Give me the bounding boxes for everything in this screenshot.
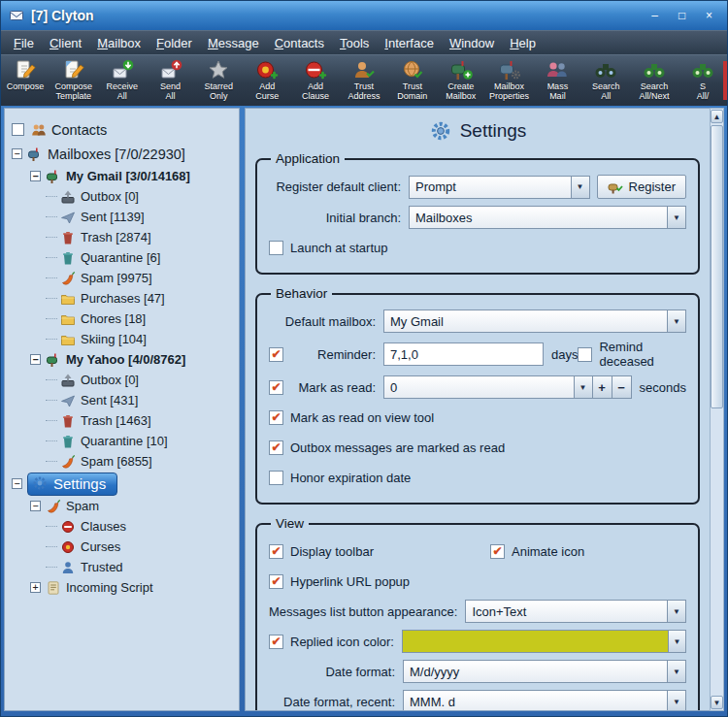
dropdown-arrow-icon[interactable]: ▼ xyxy=(667,661,685,682)
collapse-icon[interactable]: − xyxy=(30,501,41,511)
folder-tree: Contacts−Mailboxes [7/0/22930]−My Gmail … xyxy=(5,109,239,600)
menu-window[interactable]: Window xyxy=(442,33,502,53)
hyperlink-popup-checkbox[interactable]: ✔ xyxy=(269,574,283,589)
collapse-icon[interactable]: − xyxy=(12,478,22,489)
scrollbar-thumb[interactable] xyxy=(711,125,723,408)
mark-as-read-checkbox[interactable]: ✔ xyxy=(269,380,283,395)
toolbar-search-all-button[interactable]: SearchAll xyxy=(581,56,630,104)
default-mailbox-select[interactable]: My Gmail ▼ xyxy=(383,310,686,333)
tree-item-sent-1139[interactable]: Sent [1139] xyxy=(12,207,237,227)
tree-item-quarantine-10[interactable]: Quarantine [10] xyxy=(12,431,237,451)
tree-item-outbox-0[interactable]: Outbox [0] xyxy=(12,186,237,207)
tree-item-outbox-0[interactable]: Outbox [0] xyxy=(12,370,237,390)
collapse-icon[interactable]: − xyxy=(30,354,41,365)
collapse-icon[interactable]: − xyxy=(12,148,22,159)
toolbar-search-partial-button[interactable]: SAll/ xyxy=(678,56,727,104)
toolbar-compose-button[interactable]: Compose xyxy=(1,56,50,104)
tree-item-skiing-104[interactable]: Skiing [104] xyxy=(12,329,237,349)
tree-item-quarantine-6[interactable]: Quarantine [6] xyxy=(12,247,237,268)
outbox-read-checkbox[interactable]: ✔ xyxy=(269,440,283,455)
tree-item-spam-9975[interactable]: Spam [9975] xyxy=(12,268,237,288)
search-partial-icon xyxy=(691,58,714,81)
msg-list-appearance-select[interactable]: Icon+Text ▼ xyxy=(465,600,686,623)
tree-item-incoming-script[interactable]: +Incoming Script xyxy=(12,577,237,598)
toolbar-label: Search xyxy=(641,81,669,91)
dropdown-arrow-icon[interactable]: ▼ xyxy=(574,376,592,398)
tree-item-chores-18[interactable]: Chores [18] xyxy=(12,309,237,329)
toolbar-mailbox-properties-button[interactable]: MailboxProperties xyxy=(485,56,534,104)
selected-tree-item[interactable]: Settings xyxy=(27,473,117,496)
menu-help[interactable]: Help xyxy=(502,33,544,53)
title-bar[interactable]: [7] Clyton – □ × xyxy=(1,1,727,30)
toolbar-add-curse-button[interactable]: AddCurse xyxy=(243,56,291,104)
toolbar-compose-template-button[interactable]: ComposeTemplate xyxy=(50,56,98,104)
tree-item-trash-2874[interactable]: Trash [2874] xyxy=(12,227,237,247)
expand-icon[interactable]: + xyxy=(30,582,41,593)
reminder-checkbox[interactable]: ✔ xyxy=(269,347,283,362)
menu-file[interactable]: File xyxy=(6,33,42,53)
scroll-down-button[interactable]: ▼ xyxy=(711,696,723,709)
dropdown-arrow-icon[interactable]: ▼ xyxy=(667,310,685,332)
dropdown-arrow-icon[interactable]: ▼ xyxy=(667,207,685,228)
honor-expiration-checkbox[interactable] xyxy=(269,471,283,485)
mark-read-view-checkbox[interactable]: ✔ xyxy=(269,410,283,425)
tree-connector xyxy=(46,546,57,547)
menu-client[interactable]: Client xyxy=(42,33,89,53)
replied-icon-color-checkbox[interactable]: ✔ xyxy=(269,635,283,649)
close-button[interactable]: × xyxy=(697,7,721,25)
date-format-select[interactable]: M/d/yyyy ▼ xyxy=(403,660,686,683)
replied-icon-color-picker[interactable]: ▼ xyxy=(402,630,686,653)
scroll-up-button[interactable]: ▲ xyxy=(711,110,723,123)
tree-item-sent-431[interactable]: Sent [431] xyxy=(12,390,237,410)
tree-item-spam[interactable]: −Spam xyxy=(12,496,237,516)
dropdown-arrow-icon[interactable]: ▼ xyxy=(667,601,685,622)
toolbar-trust-address-button[interactable]: TrustAddress xyxy=(340,56,388,104)
tree-item-purchases-47[interactable]: Purchases [47] xyxy=(12,288,237,309)
mark-as-read-select[interactable]: 0 ▼ xyxy=(383,375,593,399)
toolbar-create-mailbox-button[interactable]: CreateMailbox xyxy=(437,56,485,104)
tree-item-trash-1463[interactable]: Trash [1463] xyxy=(12,410,237,431)
toolbar-label: Mass xyxy=(547,81,569,91)
tree-checkbox[interactable] xyxy=(12,123,24,136)
maximize-button[interactable]: □ xyxy=(670,7,694,25)
tree-item-mailboxes-7-0-22930[interactable]: −Mailboxes [7/0/22930] xyxy=(12,142,237,166)
tree-item-contacts[interactable]: Contacts xyxy=(12,117,237,142)
remind-deceased-checkbox[interactable] xyxy=(578,347,592,362)
initial-branch-select[interactable]: Mailboxes ▼ xyxy=(409,206,686,229)
toolbar-starred-only-button[interactable]: StarredOnly xyxy=(194,56,243,104)
menu-mailbox[interactable]: Mailbox xyxy=(89,33,149,53)
toolbar-send-all-button[interactable]: SendAll xyxy=(147,56,195,104)
tree-item-clauses[interactable]: Clauses xyxy=(12,516,237,537)
menu-tools[interactable]: Tools xyxy=(332,33,377,53)
dropdown-arrow-icon[interactable]: ▼ xyxy=(668,631,685,652)
menu-contacts[interactable]: Contacts xyxy=(267,33,332,53)
toolbar-mass-mail-button[interactable]: MassMail xyxy=(533,56,581,104)
register-button[interactable]: Register xyxy=(597,175,686,199)
tree-item-my-yahoo-4-0-8762[interactable]: −My Yahoo [4/0/8762] xyxy=(12,349,237,370)
collapse-icon[interactable]: − xyxy=(30,171,41,181)
tree-item-my-gmail-3-0-14168[interactable]: −My Gmail [3/0/14168] xyxy=(12,166,237,186)
minimize-button[interactable]: – xyxy=(643,7,667,25)
toolbar-add-clause-button[interactable]: AddClause xyxy=(291,56,340,104)
dropdown-arrow-icon[interactable]: ▼ xyxy=(571,177,589,198)
register-default-client-select[interactable]: Prompt ▼ xyxy=(409,176,590,199)
toolbar-receive-all-button[interactable]: ReceiveAll xyxy=(98,56,147,104)
menu-folder[interactable]: Folder xyxy=(149,33,200,53)
tree-item-spam-6855[interactable]: Spam [6855] xyxy=(12,451,237,472)
dropdown-arrow-icon[interactable]: ▼ xyxy=(667,691,685,711)
decrement-button[interactable]: − xyxy=(612,375,632,399)
date-format-recent-select[interactable]: MMM. d ▼ xyxy=(403,690,686,711)
launch-at-startup-checkbox[interactable] xyxy=(269,241,283,255)
reminder-input[interactable]: 7,1,0 xyxy=(383,342,544,366)
display-toolbar-checkbox[interactable]: ✔ xyxy=(269,544,283,559)
tree-item-trusted[interactable]: Trusted xyxy=(12,557,237,577)
increment-button[interactable]: + xyxy=(593,375,612,399)
toolbar-trust-domain-button[interactable]: TrustDomain xyxy=(388,56,437,104)
tree-item-curses[interactable]: Curses xyxy=(12,537,237,557)
menu-message[interactable]: Message xyxy=(200,33,267,53)
vertical-scrollbar[interactable]: ▲ ▼ xyxy=(710,108,724,711)
tree-item-settings[interactable]: −Settings xyxy=(12,472,237,496)
toolbar-search-all-next-button[interactable]: SearchAll/Next xyxy=(630,56,678,104)
menu-interface[interactable]: Interface xyxy=(377,33,442,53)
animate-icon-checkbox[interactable]: ✔ xyxy=(490,544,505,559)
